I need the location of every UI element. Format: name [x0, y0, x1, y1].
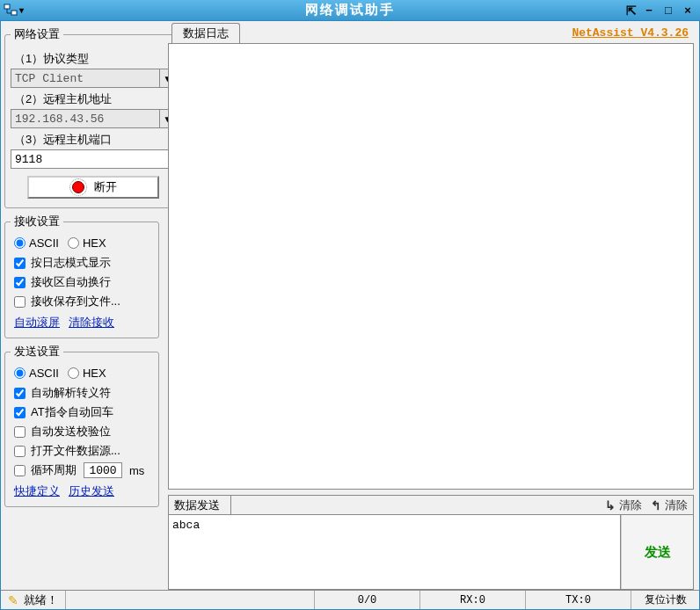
send-settings-group: 发送设置 ASCII HEX 自动解析转义符 AT指令自动回车 自动发送校验位 …: [4, 344, 159, 507]
disconnect-button[interactable]: 断开: [27, 176, 159, 199]
receive-settings-group: 接收设置 ASCII HEX 按日志模式显示 接收区自动换行 接收保存到文件..…: [4, 214, 159, 338]
loop-period-check[interactable]: [14, 465, 26, 476]
send-header: 数据发送 ↳清除 ↰清除: [168, 495, 694, 514]
arrow-up-icon: ↰: [651, 498, 661, 512]
data-log-tab[interactable]: 数据日志: [171, 23, 240, 43]
host-input[interactable]: [11, 109, 160, 128]
svg-rect-1: [11, 11, 17, 15]
auto-checksum-check[interactable]: [14, 426, 26, 438]
clear-send-2[interactable]: ↰清除: [651, 497, 688, 513]
clear-send-1[interactable]: ↳清除: [605, 497, 642, 513]
auto-scroll-link[interactable]: 自动滚屏: [14, 315, 60, 330]
status-bar: ✎ 就绪！ 0/0 RX:0 TX:0 复位计数: [1, 590, 699, 609]
host-label: （2）远程主机地址: [14, 91, 176, 107]
receive-legend: 接收设置: [11, 214, 63, 229]
history-send-link[interactable]: 历史发送: [69, 483, 114, 499]
loop-period-input[interactable]: [84, 462, 122, 478]
arrow-down-icon: ↳: [605, 498, 616, 512]
title-bar: ▾ 网络调试助手 ⇱ − □ ×: [0, 0, 700, 21]
ready-icon: ✎: [8, 593, 18, 607]
protocol-label: （1）协议类型: [14, 51, 176, 67]
reset-count-button[interactable]: 复位计数: [631, 591, 699, 609]
tx-cell: TX:0: [525, 591, 631, 609]
at-auto-cr-check[interactable]: [14, 407, 26, 418]
log-area[interactable]: [168, 44, 694, 490]
pin-icon[interactable]: ⇱: [626, 4, 637, 18]
send-textarea[interactable]: abca: [169, 515, 621, 589]
port-label: （3）远程主机端口: [14, 132, 176, 148]
network-legend: 网络设置: [11, 26, 63, 42]
shortcut-define-link[interactable]: 快捷定义: [14, 483, 60, 499]
protocol-select[interactable]: [11, 69, 160, 88]
recv-ascii-radio[interactable]: ASCII: [14, 236, 59, 250]
network-settings-group: 网络设置 （1）协议类型 ▼ （2）远程主机地址 ▼ （3）远程主机端口 断开: [4, 26, 182, 208]
send-hex-radio[interactable]: HEX: [68, 367, 106, 380]
recv-hex-radio[interactable]: HEX: [68, 236, 106, 250]
count-cell: 0/0: [314, 591, 419, 609]
send-ascii-radio[interactable]: ASCII: [14, 367, 59, 380]
disconnect-label: 断开: [94, 179, 117, 195]
port-input[interactable]: [11, 149, 176, 169]
close-button[interactable]: ×: [681, 4, 695, 17]
maximize-button[interactable]: □: [661, 4, 675, 17]
svg-rect-0: [4, 4, 10, 9]
send-legend: 发送设置: [11, 344, 63, 359]
recv-save-file-check[interactable]: [14, 296, 26, 308]
recv-autowrap-check[interactable]: [14, 277, 26, 288]
recv-log-mode-check[interactable]: [14, 258, 26, 269]
auto-escape-check[interactable]: [14, 388, 26, 399]
rx-cell: RX:0: [419, 591, 525, 609]
minimize-button[interactable]: −: [642, 4, 656, 17]
send-button[interactable]: 发送: [621, 515, 693, 589]
open-file-source-check[interactable]: [14, 446, 26, 457]
ready-text: 就绪！: [24, 592, 58, 608]
version-link[interactable]: NetAssist V4.3.26: [572, 26, 689, 40]
clear-receive-link[interactable]: 清除接收: [69, 315, 114, 330]
record-icon: [72, 181, 84, 193]
data-send-tab: 数据发送: [169, 496, 231, 515]
app-icon: ▾: [4, 4, 24, 18]
window-title: 网络调试助手: [0, 2, 700, 18]
log-tabbar: 数据日志 NetAssist V4.3.26: [168, 25, 694, 44]
